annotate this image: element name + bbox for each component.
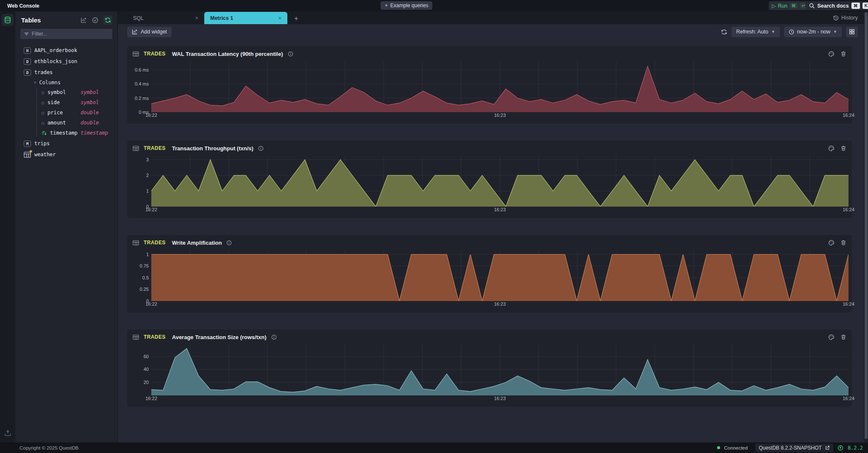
tabs-bar: SQL × Metrics 1 × + History <box>118 11 864 24</box>
widget-table-name: TRADES <box>144 51 166 57</box>
x-tick-label: 16:22 <box>145 396 157 401</box>
chevron-down-icon: ▼ <box>771 30 775 34</box>
chevron-down-icon: ▼ <box>833 30 837 34</box>
column-circle-icon: ○ <box>42 110 44 115</box>
x-tick-label: 16:23 <box>494 396 506 401</box>
columns-label: Columns <box>39 80 61 86</box>
tab-sql[interactable]: SQL × <box>127 12 204 24</box>
y-tick-label: 60 <box>144 354 149 359</box>
import-icon[interactable] <box>4 429 11 436</box>
cmd-key-badge: ⌘ <box>790 3 798 8</box>
palette-icon[interactable] <box>828 240 835 246</box>
version-link[interactable]: QuestDB 8.2.2-SNAPSHOT <box>755 444 833 452</box>
palette-icon[interactable] <box>828 145 835 152</box>
x-tick-label: 16:22 <box>145 113 157 118</box>
table-item-aapl-orderbook[interactable]: H AAPL_orderbook <box>15 45 117 56</box>
copyright-text: Copyright © 2025 QuestDB <box>19 445 79 450</box>
status-bar: Copyright © 2025 QuestDB Connected Quest… <box>0 442 868 453</box>
columns-toggle[interactable]: ▽ Columns <box>15 78 117 87</box>
delete-widget-icon[interactable] <box>840 240 846 246</box>
table-badge: D <box>24 69 31 76</box>
x-tick-label: 16:24 <box>843 396 854 401</box>
x-tick-label: 16:22 <box>145 207 157 212</box>
column-circle-icon: ○ <box>42 100 44 105</box>
history-button[interactable]: History <box>833 11 858 24</box>
widget-write-amplification: TRADES Write Amplification <box>127 235 852 312</box>
vertical-scrollbar[interactable] <box>864 11 868 442</box>
palette-icon[interactable] <box>828 334 835 340</box>
refresh-dashboard-icon[interactable] <box>721 29 727 35</box>
y-axis: 604020 <box>127 345 151 395</box>
add-metrics-icon[interactable] <box>81 17 87 23</box>
table-name: AAPL_orderbook <box>34 47 77 53</box>
y-tick-label: 20 <box>144 380 149 385</box>
widget-title: Write Amplification <box>172 240 222 246</box>
widget-avg-transaction-size: TRADES Average Transaction Size (rows/tx… <box>127 329 852 407</box>
y-tick-label: 2 <box>146 173 149 178</box>
y-axis: 10.750.50.250 <box>127 250 151 301</box>
delete-widget-icon[interactable] <box>840 145 846 151</box>
info-icon[interactable] <box>258 146 264 151</box>
example-queries-button[interactable]: + Example queries <box>381 1 432 10</box>
chart-plot[interactable] <box>151 345 849 395</box>
table-badge: M <box>24 141 31 147</box>
search-docs-button[interactable]: Search docs ⌘ K <box>806 1 868 10</box>
widget-wal-latency: TRADES WAL Transaction Latency (90th per… <box>127 46 852 124</box>
top-bar: Web Console + Example queries ▷ Run ⌘ ↵ … <box>0 0 868 11</box>
x-tick-label: 16:22 <box>145 301 157 307</box>
designated-timestamp-icon <box>42 130 47 135</box>
check-circle-icon[interactable] <box>92 17 98 23</box>
layout-grid-button[interactable] <box>846 27 858 37</box>
y-axis: 0.6 ms0.4 ms0.2 ms0 ms <box>127 61 151 112</box>
column-type: symbol <box>81 99 99 105</box>
tab-metrics-1[interactable]: Metrics 1 × <box>204 12 287 24</box>
y-tick-label: 1 <box>146 188 149 193</box>
y-tick-label: 0.25 <box>140 287 149 292</box>
y-tick-label: 0.4 ms <box>135 81 149 86</box>
info-icon[interactable] <box>288 51 293 57</box>
database-icon[interactable] <box>2 14 14 26</box>
widget-title: Transaction Throughput (txn/s) <box>172 145 253 152</box>
palette-icon[interactable] <box>828 51 835 57</box>
table-item-weather[interactable]: * weather <box>15 149 117 160</box>
info-icon[interactable] <box>226 240 232 246</box>
filter-input[interactable] <box>32 31 109 37</box>
table-item-trades[interactable]: D trades <box>15 67 117 78</box>
y-tick-label: 0.5 <box>142 275 149 280</box>
play-icon: ▷ <box>772 3 776 9</box>
x-axis: 16:2216:2316:24 <box>151 113 849 119</box>
refresh-tables-icon[interactable] <box>103 16 112 25</box>
widget-table-name: TRADES <box>144 240 166 246</box>
chart-plot[interactable] <box>151 250 849 301</box>
table-icon <box>133 146 139 151</box>
delete-widget-icon[interactable] <box>840 51 846 57</box>
refresh-mode-dropdown[interactable]: Refresh: Auto ▼ <box>732 27 780 37</box>
column-side[interactable]: ○ side symbol <box>15 97 117 108</box>
chart-plot[interactable] <box>151 61 849 112</box>
info-icon[interactable] <box>271 334 277 340</box>
table-item-ethblocks-json[interactable]: D ethblocks_json <box>15 56 117 67</box>
column-timestamp[interactable]: timestamp timestamp <box>15 128 117 138</box>
time-range-dropdown[interactable]: now-2m - now ▼ <box>784 27 842 37</box>
column-amount[interactable]: ○ amount double <box>15 118 117 128</box>
widget-table-name: TRADES <box>144 145 166 151</box>
close-tab-icon[interactable]: × <box>195 15 198 21</box>
table-item-trips[interactable]: M trips <box>15 138 117 149</box>
delete-widget-icon[interactable] <box>840 334 846 340</box>
new-tab-button[interactable]: + <box>291 13 302 24</box>
close-tab-icon[interactable]: × <box>278 15 281 21</box>
column-price[interactable]: ○ price double <box>15 108 117 118</box>
x-tick-label: 16:23 <box>494 207 506 212</box>
y-tick-label: 0.2 ms <box>135 96 149 101</box>
scrollbar-thumb[interactable] <box>865 12 868 439</box>
column-circle-icon: ○ <box>42 90 44 95</box>
widget-transaction-throughput: TRADES Transaction Throughput (txn/s) <box>127 141 852 218</box>
chart-plot[interactable] <box>151 156 849 207</box>
caret-down-icon: ▽ <box>34 80 36 85</box>
add-chart-icon <box>132 29 138 35</box>
add-widget-button[interactable]: Add widget <box>127 27 172 37</box>
run-button[interactable]: ▷ Run ⌘ ↵ <box>769 1 810 10</box>
column-symbol[interactable]: ○ symbol symbol <box>15 87 117 97</box>
update-icon[interactable] <box>837 445 843 451</box>
external-link-icon <box>825 445 830 450</box>
